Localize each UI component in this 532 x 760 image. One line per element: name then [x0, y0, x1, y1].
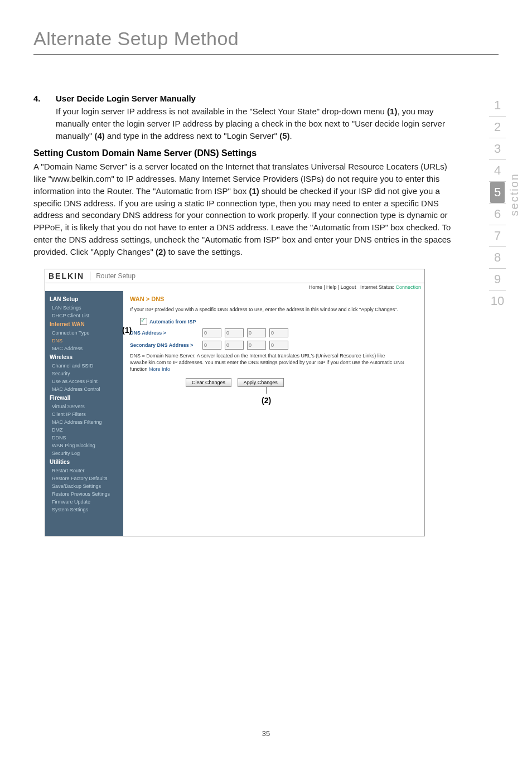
- page-title: Alternate Setup Method: [33, 28, 499, 50]
- sidebar-item[interactable]: MAC Address Control: [45, 385, 123, 393]
- item-text: If your login server IP address is not a…: [56, 105, 454, 142]
- text-run: should be checked if your ISP did not gi…: [33, 186, 451, 256]
- section-nav-1[interactable]: 1: [485, 95, 510, 116]
- note-text: DNS = Domain Name Server. A server locat…: [130, 353, 404, 371]
- text-run: and type in the address next to "Login S…: [105, 131, 279, 141]
- section-label: section: [508, 173, 521, 216]
- dns-octet-3[interactable]: [247, 328, 266, 337]
- sidebar-item[interactable]: Security Log: [45, 449, 123, 457]
- sidebar-group[interactable]: Wireless: [45, 352, 123, 362]
- meta-links[interactable]: Home | Help | Logout: [309, 284, 356, 290]
- sidebar-item[interactable]: DDNS: [45, 434, 123, 442]
- router-meta: Home | Help | Logout Internet Status: Co…: [45, 283, 424, 291]
- dns-octet-4[interactable]: [269, 328, 288, 337]
- page-rule: [33, 54, 499, 55]
- section-nav-7[interactable]: 7: [485, 225, 510, 246]
- sidebar-group[interactable]: Utilities: [45, 457, 123, 467]
- status-value: Connection: [395, 284, 421, 290]
- router-sidebar: LAN Setup LAN Settings DHCP Client List …: [45, 291, 123, 536]
- intro-text: If your ISP provided you with a specific…: [130, 307, 418, 312]
- sidebar-group[interactable]: Firewall: [45, 393, 123, 403]
- router-main: (1) WAN > DNS If your ISP provided you w…: [123, 291, 424, 536]
- sidebar-item[interactable]: Restore Previous Settings: [45, 490, 123, 498]
- ref-5: (5): [279, 131, 289, 141]
- sidebar-item[interactable]: MAC Address Filtering: [45, 418, 123, 426]
- router-screenshot: BELKIN Router Setup Home | Help | Logout…: [45, 269, 425, 536]
- sidebar-item[interactable]: System Settings: [45, 506, 123, 514]
- item-number: 4.: [33, 94, 56, 142]
- secondary-dns-label: Secondary DNS Address >: [130, 342, 202, 348]
- sidebar-item[interactable]: Firmware Update: [45, 498, 123, 506]
- page-number: 35: [0, 729, 532, 738]
- text-run: If your login server IP address is not a…: [56, 107, 387, 116]
- dns-address-label: DNS Address >: [130, 330, 202, 336]
- dns2-octet-2[interactable]: [225, 341, 244, 350]
- section-nav-8[interactable]: 8: [485, 247, 510, 268]
- breadcrumb: WAN > DNS: [130, 296, 418, 302]
- sidebar-item[interactable]: Use as Access Point: [45, 377, 123, 385]
- section-nav: 1 2 3 4 5 6 7 8 9 10: [485, 95, 510, 312]
- dns2-octet-3[interactable]: [247, 341, 266, 350]
- section-nav-5[interactable]: 5: [490, 182, 505, 203]
- ref-1: (1): [387, 107, 397, 116]
- sidebar-item[interactable]: WAN Ping Blocking: [45, 442, 123, 449]
- sidebar-item[interactable]: DMZ: [45, 426, 123, 434]
- apply-changes-button[interactable]: Apply Changes: [238, 378, 284, 387]
- section-nav-9[interactable]: 9: [485, 269, 510, 290]
- ref-1: (1): [249, 186, 259, 196]
- ref-4: (4): [95, 131, 105, 141]
- text-run: to save the settings.: [166, 247, 243, 256]
- dns2-octet-1[interactable]: [202, 341, 221, 350]
- sidebar-item[interactable]: Restart Router: [45, 467, 123, 475]
- sidebar-item-active[interactable]: DNS: [45, 337, 123, 345]
- sidebar-item[interactable]: MAC Address: [45, 345, 123, 352]
- status-label: Internet Status:: [360, 284, 396, 290]
- sidebar-item[interactable]: Save/Backup Settings: [45, 482, 123, 490]
- section-nav-2[interactable]: 2: [485, 117, 510, 138]
- sidebar-item[interactable]: DHCP Client List: [45, 312, 123, 320]
- section-nav-3[interactable]: 3: [485, 138, 510, 159]
- sidebar-item[interactable]: Channel and SSID: [45, 362, 123, 370]
- sidebar-item[interactable]: Restore Factory Defaults: [45, 475, 123, 482]
- sidebar-item[interactable]: LAN Settings: [45, 304, 123, 312]
- more-info-link[interactable]: More Info: [149, 366, 170, 372]
- section-nav-4[interactable]: 4: [485, 160, 510, 181]
- sidebar-group[interactable]: LAN Setup: [45, 294, 123, 304]
- dns-text: A "Domain Name Server" is a server locat…: [33, 161, 454, 258]
- section-nav-10[interactable]: 10: [485, 291, 510, 312]
- sidebar-item[interactable]: Security: [45, 370, 123, 377]
- dns-octet-2[interactable]: [225, 328, 244, 337]
- callout-2: (2): [262, 396, 271, 405]
- dns-octet-1[interactable]: [202, 328, 221, 337]
- clear-changes-button[interactable]: Clear Changes: [186, 378, 231, 387]
- sidebar-item[interactable]: Connection Type: [45, 329, 123, 337]
- automatic-from-isp-label: Automatic from ISP: [149, 319, 196, 325]
- sidebar-group[interactable]: Internet WAN: [45, 320, 123, 329]
- ref-2: (2): [156, 247, 166, 256]
- callout-1: (1): [122, 326, 132, 335]
- automatic-from-isp-checkbox[interactable]: [140, 318, 147, 325]
- dns-note: DNS = Domain Name Server. A server locat…: [130, 353, 418, 372]
- dns-heading: Setting Custom Domain Name Server (DNS) …: [33, 148, 454, 158]
- text-run: .: [290, 131, 292, 141]
- item-heading: User Decide Login Server Manually: [56, 94, 454, 103]
- sidebar-item[interactable]: Client IP Filters: [45, 410, 123, 418]
- dns2-octet-4[interactable]: [269, 341, 288, 350]
- section-nav-6[interactable]: 6: [485, 204, 510, 225]
- sidebar-item[interactable]: Virtual Servers: [45, 403, 123, 410]
- router-title: Router Setup: [96, 272, 136, 280]
- router-logo: BELKIN: [49, 272, 90, 280]
